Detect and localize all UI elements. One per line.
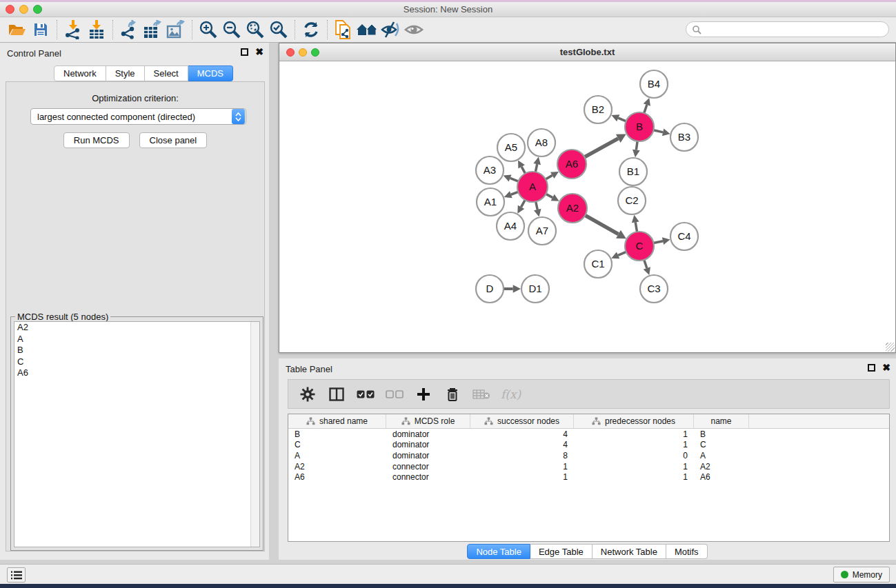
mcds-result-item[interactable]: C xyxy=(14,356,259,368)
clone-network-icon[interactable] xyxy=(332,19,355,40)
tab-motifs[interactable]: Motifs xyxy=(666,544,708,559)
zoom-network-button[interactable] xyxy=(311,48,319,57)
mcds-result-item[interactable]: A6 xyxy=(14,367,259,379)
table-cell[interactable]: A xyxy=(694,451,749,460)
table-row[interactable]: A6connector11A6 xyxy=(288,472,889,483)
close-network-button[interactable] xyxy=(286,48,295,57)
network-canvas[interactable]: AA6A2BCA5A8A3A1A4A7B2B4B3B1C2C1C4C3DD1 xyxy=(279,61,895,352)
memory-button[interactable]: Memory xyxy=(833,567,890,582)
tab-node-table[interactable]: Node Table xyxy=(467,544,530,559)
table-cell[interactable]: 8 xyxy=(470,451,574,460)
delete-column-icon[interactable] xyxy=(443,385,462,404)
zoom-out-icon[interactable] xyxy=(220,19,243,40)
export-image-icon[interactable] xyxy=(164,19,188,40)
select-all-columns-icon[interactable] xyxy=(356,385,375,404)
table-cell[interactable]: connector xyxy=(386,472,470,482)
graph-edge xyxy=(635,222,637,232)
table-cell[interactable]: C xyxy=(288,440,386,449)
refresh-icon[interactable] xyxy=(299,19,323,40)
open-file-icon[interactable] xyxy=(6,19,29,40)
table-cell[interactable]: 1 xyxy=(574,472,694,482)
table-row[interactable]: Cdominator41C xyxy=(288,440,889,451)
table-cell[interactable]: dominator xyxy=(386,440,470,449)
mcds-result-item[interactable]: A2 xyxy=(14,322,259,334)
table-row[interactable]: Bdominator41B xyxy=(288,429,889,440)
scrollbar[interactable] xyxy=(250,322,259,547)
mcds-result-item[interactable]: A xyxy=(14,334,259,345)
task-history-button[interactable] xyxy=(7,567,26,582)
delete-table-icon[interactable] xyxy=(472,385,491,404)
edge-arrowhead xyxy=(632,215,639,223)
table-row[interactable]: Adominator80A xyxy=(288,450,889,461)
zoom-selected-icon[interactable] xyxy=(267,19,290,40)
show-eye-icon[interactable] xyxy=(402,19,426,40)
table-cell[interactable]: 1 xyxy=(470,472,574,482)
float-table-panel-icon[interactable] xyxy=(868,364,875,372)
tab-network-table[interactable]: Network Table xyxy=(593,544,666,559)
tab-mcds[interactable]: MCDS xyxy=(188,65,233,81)
optimization-criterion-select[interactable]: largest connected component (directed) xyxy=(30,108,246,125)
export-network-icon[interactable] xyxy=(117,19,141,40)
mcds-result-item[interactable]: B xyxy=(14,345,259,356)
table-cell[interactable]: 1 xyxy=(574,440,694,449)
zoom-fit-icon[interactable] xyxy=(243,19,267,40)
table-cell[interactable]: B xyxy=(288,429,386,439)
save-session-icon[interactable] xyxy=(29,19,52,40)
close-panel-icon[interactable]: ✖ xyxy=(255,48,263,56)
column-shared-name[interactable]: shared name xyxy=(288,414,386,428)
table-cell[interactable]: A xyxy=(288,451,386,460)
table-cell[interactable]: 0 xyxy=(574,451,694,460)
column-predecessor-nodes[interactable]: predecessor nodes xyxy=(574,414,694,428)
close-panel-button[interactable]: Close panel xyxy=(139,132,208,148)
table-cell[interactable]: 4 xyxy=(470,440,574,449)
table-cell[interactable]: B xyxy=(694,429,749,439)
close-table-panel-icon[interactable]: ✖ xyxy=(882,364,890,372)
import-table-icon[interactable] xyxy=(85,19,108,40)
tab-network[interactable]: Network xyxy=(54,65,106,81)
table-cell[interactable]: C xyxy=(694,440,749,449)
table-cell[interactable]: dominator xyxy=(386,451,470,460)
table-cell[interactable]: A2 xyxy=(288,462,386,472)
table-cell[interactable]: 1 xyxy=(574,462,694,472)
settings-gear-icon[interactable] xyxy=(298,385,317,404)
table-cell[interactable]: 1 xyxy=(470,462,574,472)
edge-arrowhead xyxy=(662,237,670,245)
table-cell[interactable]: A2 xyxy=(694,462,749,472)
search-input[interactable] xyxy=(686,21,889,37)
tab-select[interactable]: Select xyxy=(145,65,188,81)
table-row[interactable]: A2connector11A2 xyxy=(288,461,889,472)
function-builder-icon[interactable]: f(x) xyxy=(501,387,521,401)
import-network-icon[interactable] xyxy=(61,19,85,40)
zoom-window-button[interactable] xyxy=(33,5,42,14)
deselect-all-columns-icon[interactable] xyxy=(385,385,404,404)
resize-grip[interactable] xyxy=(886,343,895,352)
mcds-result-list[interactable]: A2ABCA6 xyxy=(14,321,260,547)
tab-edge-table[interactable]: Edge Table xyxy=(530,544,593,559)
split-panel-icon[interactable] xyxy=(327,385,346,404)
hide-eye-icon[interactable] xyxy=(379,19,402,40)
export-table-icon[interactable] xyxy=(141,19,164,40)
float-panel-icon[interactable] xyxy=(241,48,248,56)
tab-style[interactable]: Style xyxy=(106,65,145,81)
add-column-icon[interactable] xyxy=(414,385,433,404)
zoom-in-icon[interactable] xyxy=(197,19,220,40)
column-mcds-role[interactable]: MCDS role xyxy=(386,414,470,428)
close-window-button[interactable] xyxy=(6,5,14,14)
minimize-window-button[interactable] xyxy=(19,5,28,14)
table-cell[interactable]: A6 xyxy=(694,472,749,482)
mcds-result-box: MCDS result (5 nodes) A2ABCA6 xyxy=(10,316,263,551)
table-cell[interactable]: dominator xyxy=(386,429,470,439)
table-cell[interactable]: connector xyxy=(386,462,470,472)
attribute-icon xyxy=(401,417,410,425)
home-icon[interactable] xyxy=(355,19,379,40)
network-graph[interactable]: AA6A2BCA5A8A3A1A4A7B2B4B3B1C2C1C4C3DD1 xyxy=(279,61,895,352)
table-body: Bdominator41BCdominator41CAdominator80AA… xyxy=(288,429,889,483)
run-mcds-button[interactable]: Run MCDS xyxy=(63,132,130,148)
column-successor-nodes[interactable]: successor nodes xyxy=(470,414,574,428)
table-cell[interactable]: 1 xyxy=(574,429,694,439)
optimization-criterion-label: Optimization criterion: xyxy=(6,93,264,103)
column-name[interactable]: name xyxy=(694,414,749,428)
table-cell[interactable]: A6 xyxy=(288,472,386,482)
minimize-network-button[interactable] xyxy=(299,48,307,57)
table-cell[interactable]: 4 xyxy=(470,429,574,439)
